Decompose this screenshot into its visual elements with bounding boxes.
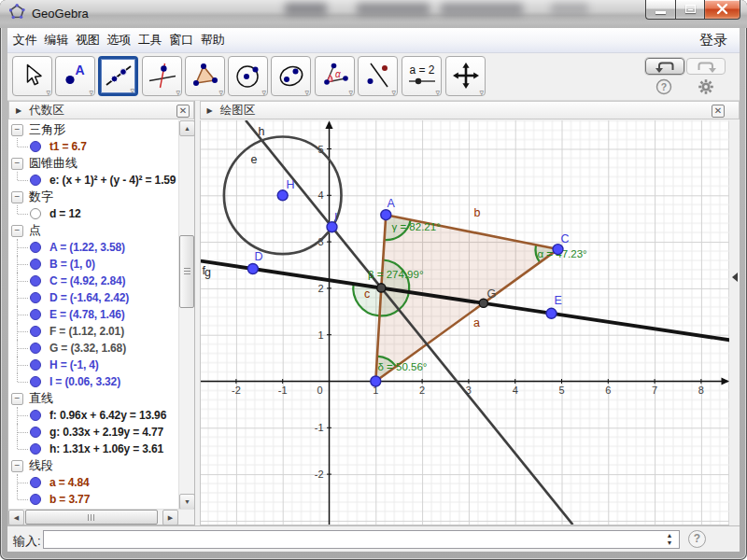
tool-dropdown-caret[interactable]: ▿ — [89, 89, 93, 97]
algebra-item-row[interactable]: d = 12 — [8, 205, 178, 222]
tool-dropdown-caret[interactable]: ▿ — [218, 89, 223, 97]
scroll-left-button[interactable]: ◀ — [8, 510, 24, 525]
visibility-marble[interactable] — [30, 494, 41, 505]
collapse-toggle[interactable]: − — [11, 460, 23, 472]
spinner-down-icon[interactable]: ▼ — [664, 539, 675, 547]
collapse-toggle[interactable]: − — [11, 225, 23, 237]
algebra-item-row[interactable]: g: 0.33x + 2.19y = 4.77 — [8, 424, 178, 441]
graphics-canvas[interactable]: -2 -1 0 1 2 3 4 5 6 7 8 5 4 3 2 — [200, 120, 730, 525]
visibility-marble[interactable] — [30, 376, 41, 387]
tool-dropdown-caret[interactable]: ▿ — [391, 89, 396, 97]
tool-dropdown-caret[interactable]: ▿ — [435, 89, 440, 97]
visibility-marble[interactable] — [30, 309, 41, 320]
collapse-toggle[interactable]: − — [11, 191, 23, 203]
algebra-item-row[interactable]: D = (-1.64, 2.42) — [8, 289, 178, 306]
algebra-item-row[interactable]: a = 4.84 — [8, 474, 178, 491]
settings-gear-button[interactable] — [698, 78, 714, 95]
tool-dropdown-caret[interactable]: ▿ — [304, 89, 309, 97]
algebra-item-row[interactable]: F = (1.12, 2.01) — [8, 323, 178, 340]
minimize-button[interactable] — [645, 0, 675, 20]
menu-help[interactable]: 帮助 — [197, 28, 229, 52]
algebra-item-row[interactable]: I = (0.06, 3.32) — [8, 373, 178, 390]
tool-point[interactable]: A ▿ — [55, 56, 95, 96]
algebra-item-row[interactable]: H = (-1, 4) — [8, 357, 178, 373]
menu-edit[interactable]: 编辑 — [41, 28, 73, 52]
algebra-close-button[interactable]: ✕ — [176, 105, 190, 118]
algebra-vertical-scrollbar[interactable]: ▲ ▼ — [178, 120, 194, 510]
tool-dropdown-caret[interactable]: ▿ — [130, 87, 134, 95]
close-button[interactable] — [705, 0, 740, 20]
graphics-close-button[interactable]: ✕ — [712, 105, 725, 118]
point-B[interactable] — [370, 376, 380, 386]
vertical-scroll-thumb[interactable] — [179, 235, 194, 308]
scroll-up-button[interactable]: ▲ — [179, 120, 195, 136]
menu-view[interactable]: 视图 — [72, 28, 104, 52]
point-F[interactable] — [376, 284, 385, 292]
visibility-marble[interactable] — [30, 259, 41, 270]
collapse-toggle[interactable]: − — [11, 158, 23, 170]
algebra-item-row[interactable]: b = 3.77 — [8, 491, 178, 508]
tool-move[interactable]: ▿ — [12, 56, 52, 96]
visibility-marble[interactable] — [30, 175, 41, 186]
undo-button[interactable] — [645, 58, 684, 75]
visibility-marble[interactable] — [30, 242, 41, 253]
tool-conic-through-points[interactable]: ▿ — [271, 56, 311, 96]
collapse-toggle[interactable]: − — [11, 393, 23, 405]
algebra-item-row[interactable]: f: 0.96x + 6.42y = 13.96 — [8, 407, 178, 424]
algebra-item-row[interactable]: A = (1.22, 3.58) — [8, 239, 178, 256]
menu-options[interactable]: 选项 — [104, 28, 135, 52]
tool-line-through-two-points[interactable]: ▿ — [98, 56, 138, 96]
algebra-horizontal-scrollbar[interactable]: ◀ ▶ — [8, 509, 194, 525]
panel-menu-arrow-icon[interactable]: ▶ — [16, 106, 21, 115]
tool-circle-with-center[interactable]: ▿ — [228, 56, 268, 96]
visibility-marble[interactable] — [30, 141, 41, 152]
visibility-marble[interactable] — [30, 292, 41, 303]
tool-reflect-about-line[interactable]: ▿ — [358, 56, 398, 96]
tool-dropdown-caret[interactable]: ▿ — [46, 89, 50, 97]
tool-dropdown-caret[interactable]: ▿ — [176, 89, 180, 97]
point-E[interactable] — [546, 308, 557, 318]
title-bar[interactable]: GeoGebra — [0, 0, 747, 28]
visibility-marble[interactable] — [30, 275, 41, 287]
visibility-marble[interactable] — [30, 427, 41, 438]
algebra-input-field[interactable] — [43, 530, 680, 549]
scroll-down-button[interactable]: ▼ — [179, 494, 195, 510]
algebra-item-row[interactable]: e: (x + 1)² + (y - 4)² = 1.59 — [8, 172, 178, 189]
maximize-button[interactable] — [675, 0, 705, 20]
algebra-item-row[interactable]: G = (3.32, 1.68) — [8, 340, 178, 357]
menu-file[interactable]: 文件 — [9, 28, 41, 52]
visibility-marble[interactable] — [30, 343, 41, 354]
tool-slider[interactable]: a = 2 ▿ — [402, 56, 442, 96]
visibility-marble[interactable] — [30, 208, 41, 219]
visibility-marble[interactable] — [30, 410, 41, 421]
tool-move-graphics-view[interactable]: ▿ — [445, 56, 486, 96]
input-help-button[interactable]: ? — [688, 530, 706, 548]
algebra-item-row[interactable]: B = (1, 0) — [8, 256, 178, 273]
tool-angle[interactable]: α ▿ — [315, 56, 355, 96]
toolbar-help-button[interactable]: ? — [655, 78, 672, 95]
input-history-spinner[interactable]: ▲▼ — [664, 532, 675, 547]
horizontal-scroll-thumb[interactable] — [25, 510, 158, 525]
menu-window[interactable]: 窗口 — [166, 28, 198, 52]
tool-dropdown-caret[interactable]: ▿ — [479, 89, 484, 97]
point-C[interactable] — [553, 245, 563, 255]
visibility-marble[interactable] — [30, 477, 41, 488]
visibility-marble[interactable] — [30, 359, 41, 371]
spinner-up-icon[interactable]: ▲ — [664, 532, 675, 539]
algebra-item-row[interactable]: C = (4.92, 2.84) — [8, 273, 178, 289]
visibility-marble[interactable] — [30, 443, 41, 455]
point-D[interactable] — [247, 264, 258, 274]
tool-polygon[interactable]: ▿ — [185, 56, 225, 96]
collapse-toggle[interactable]: − — [11, 124, 23, 136]
point-H[interactable] — [277, 190, 288, 201]
tool-dropdown-caret[interactable]: ▿ — [348, 89, 353, 97]
tool-dropdown-caret[interactable]: ▿ — [261, 89, 266, 97]
algebra-item-row[interactable]: h: 1.31x + 1.06y = 3.61 — [8, 441, 178, 457]
menu-tools[interactable]: 工具 — [134, 28, 166, 52]
sign-in-button[interactable]: 登录 — [699, 32, 727, 49]
redo-button[interactable] — [686, 58, 726, 75]
algebra-item-row[interactable]: E = (4.78, 1.46) — [8, 306, 178, 323]
point-A[interactable] — [380, 210, 390, 220]
scroll-right-button[interactable]: ▶ — [162, 510, 178, 525]
open-panel-arrow-icon[interactable] — [732, 273, 738, 282]
